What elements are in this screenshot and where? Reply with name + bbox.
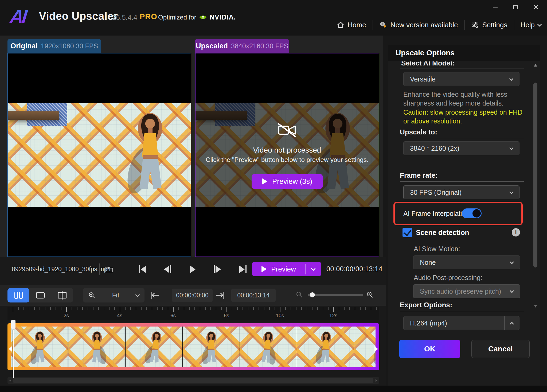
audio-post-label: Audio Post-processing:: [414, 274, 482, 282]
skip-to-start-button[interactable]: [139, 265, 146, 274]
upscale-to-label: Upscale to:: [400, 128, 437, 136]
scroll-right-arrow-icon[interactable]: [376, 379, 377, 382]
skip-to-end-button[interactable]: [239, 265, 247, 274]
ruler-label: 12s: [328, 313, 339, 319]
nav-separator: [514, 20, 514, 30]
scroll-left-arrow-icon[interactable]: [9, 379, 11, 382]
tab-upscaled-resolution: 3840x2160 30 FPS: [231, 42, 288, 50]
zoom-mode-dropdown[interactable]: Fit: [83, 288, 144, 302]
video-thumbnail[interactable]: [126, 327, 183, 367]
ruler-label: 4s: [114, 313, 125, 319]
timeline-zoom-out-icon[interactable]: [296, 291, 303, 298]
preview-3s-button[interactable]: Preview (3s): [252, 174, 323, 189]
timeline-zoom-slider[interactable]: [308, 294, 363, 296]
out-time-field[interactable]: 00:00:13:14: [231, 289, 276, 302]
frame-rate-label: Frame rate:: [400, 171, 438, 180]
view-mode-split[interactable]: [51, 288, 73, 302]
upscale-to-dropdown[interactable]: 3840 * 2160 (2x): [403, 141, 519, 155]
play-icon: [262, 178, 267, 185]
dancer-figure: [251, 328, 283, 367]
close-button[interactable]: [531, 3, 541, 11]
video-thumbnail[interactable]: [183, 327, 240, 367]
timeline-filmstrip[interactable]: [7, 323, 379, 370]
play-icon: [190, 266, 196, 273]
chevron-down-icon: [510, 260, 514, 264]
minimize-icon: [493, 7, 498, 7]
scene-detection-checkbox[interactable]: [403, 228, 412, 237]
in-time-field[interactable]: 00:00:00:00: [172, 289, 213, 302]
video-thumbnail[interactable]: [68, 327, 126, 367]
video-thumbnail[interactable]: [240, 327, 297, 367]
previous-frame-button[interactable]: [164, 265, 171, 274]
scroll-up-arrow-icon[interactable]: [534, 64, 537, 67]
optimized-for-label: Optimized for: [158, 14, 196, 21]
timeline-playhead[interactable]: [11, 320, 15, 378]
next-frame-button[interactable]: [214, 265, 221, 274]
ok-button[interactable]: OK: [399, 340, 460, 358]
tab-upscaled-label: Upscaled: [196, 42, 228, 50]
tab-upscaled[interactable]: Upscaled 3840x2160 30 FPS: [195, 39, 289, 53]
preview-split-button[interactable]: Preview: [252, 262, 321, 276]
play-icon: [261, 266, 267, 272]
ai-model-dropdown[interactable]: Versatile: [403, 72, 519, 86]
ai-model-value: Versatile: [410, 75, 510, 83]
frame-rate-value: 30 FPS (Original): [410, 189, 510, 196]
view-mode-single[interactable]: [29, 288, 51, 302]
open-folder-icon[interactable]: [105, 266, 113, 273]
play-button[interactable]: [190, 265, 196, 274]
zoom-slider-knob[interactable]: [310, 292, 315, 297]
view-mode-side-by-side[interactable]: [7, 288, 29, 302]
chevron-down-icon: [509, 76, 514, 81]
video-thumbnail[interactable]: [297, 327, 354, 367]
export-options-label: Export Options:: [400, 301, 452, 309]
export-format-expander[interactable]: [504, 316, 519, 330]
nav-help[interactable]: Help: [521, 21, 541, 29]
model-description: Enhance the video quality with less shar…: [403, 90, 524, 108]
new-version-icon: [379, 21, 387, 29]
zoom-mode-value: Fit: [95, 292, 136, 299]
timeline-ruler[interactable]: 2s 4s 6s 8s 10s 12s: [7, 307, 379, 320]
nav-settings[interactable]: Settings: [471, 21, 507, 29]
scrollbar-thumb[interactable]: [13, 378, 373, 383]
close-icon: [533, 5, 538, 10]
overlay-status-text: Video not processed: [253, 146, 321, 154]
nvidia-logo-icon: [199, 14, 207, 20]
nav-new-version[interactable]: New version available: [379, 21, 458, 29]
original-video-frame: [8, 103, 191, 207]
video-thumbnail[interactable]: [354, 327, 376, 367]
preview-button-main[interactable]: Preview: [252, 265, 305, 273]
set-out-point-button[interactable]: [215, 290, 225, 300]
timeline-zoom-in-icon[interactable]: [366, 291, 373, 298]
playhead-handle[interactable]: [11, 320, 15, 331]
skip-start-icon: [141, 266, 146, 273]
ai-slow-motion-dropdown[interactable]: None: [413, 255, 520, 269]
chevron-down-icon: [537, 22, 542, 27]
filmstrip-scroll-right-arrow[interactable]: [374, 346, 378, 352]
info-icon[interactable]: i: [512, 228, 520, 236]
video-thumbnail[interactable]: [11, 327, 68, 367]
tab-original-label: Original: [10, 42, 38, 50]
export-format-dropdown[interactable]: H.264 (mp4): [403, 316, 519, 330]
tab-original[interactable]: Original 1920x1080 30 FPS: [7, 39, 101, 53]
sidebar-scrollbar[interactable]: [533, 63, 538, 309]
timeline-horizontal-scrollbar[interactable]: [7, 377, 379, 384]
nav-home[interactable]: Home: [337, 21, 366, 29]
frame-rate-dropdown[interactable]: 30 FPS (Original): [403, 185, 519, 199]
transport-separator: [99, 263, 100, 275]
cancel-button[interactable]: Cancel: [471, 340, 530, 358]
side-by-side-icon: [14, 292, 23, 299]
ruler-label: 10s: [275, 313, 285, 319]
audio-post-dropdown[interactable]: Sync audio (preserve pitch): [413, 284, 520, 298]
audio-post-value: Sync audio (preserve pitch): [420, 288, 510, 295]
preview-options-dropdown[interactable]: [306, 268, 321, 270]
dancer-figure: [82, 329, 112, 367]
scroll-down-arrow-icon[interactable]: [534, 305, 537, 308]
filmstrip-thumbnails: [11, 327, 376, 367]
maximize-button[interactable]: [511, 3, 520, 11]
set-in-point-button[interactable]: [150, 290, 160, 300]
minimize-button[interactable]: [490, 3, 500, 11]
overlay-hint-text: Click the "Preview" button below to prev…: [206, 156, 368, 164]
ai-frame-interpolation-toggle[interactable]: [462, 208, 482, 218]
sidebar-scrollbar-thumb[interactable]: [533, 83, 537, 267]
preview-button-label: Preview: [271, 265, 296, 273]
